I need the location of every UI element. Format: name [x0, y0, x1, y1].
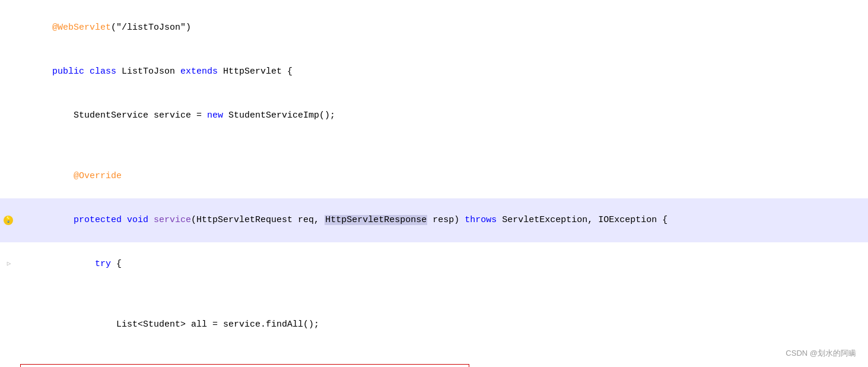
line-content-6: protected void service(HttpServletReques…	[18, 199, 868, 242]
code-line-3: StudentService service = new StudentServ…	[0, 94, 868, 138]
stmt-findall: List<Student> all = service.findAll();	[116, 319, 319, 330]
code-editor: @WebServlet("/listToJson") public class …	[0, 0, 868, 367]
fold-icon-try: ▷	[7, 259, 11, 270]
method-service: service	[154, 215, 191, 225]
indent-try	[52, 259, 95, 269]
annotation-value: ("/listToJson")	[111, 23, 191, 33]
brace-try-open: {	[116, 259, 122, 269]
line-content-3: StudentService service = new StudentServ…	[18, 94, 868, 137]
annotation-override: @Override	[74, 171, 122, 181]
code-line-2: public class ListToJson extends HttpServ…	[0, 50, 868, 94]
gutter-7: ▷	[0, 259, 18, 270]
line-content-10	[18, 348, 868, 362]
kw-extends: extends	[180, 67, 223, 77]
indent-protected	[52, 215, 74, 225]
new-studentserviceimp: StudentServiceImp();	[228, 110, 335, 121]
code-line-11: String listToJSon = new ObjectMapper().w…	[0, 363, 868, 367]
classname-listtojson: ListToJson	[122, 67, 180, 77]
line-content-4	[18, 139, 868, 153]
annotation-webservlet: @WebServlet	[52, 23, 111, 33]
classname-httpservlet: HttpServlet {	[223, 67, 292, 77]
objectmapper-stmt: String listToJSon = new ObjectMapper().w…	[20, 364, 469, 367]
line-content-7: try {	[18, 243, 868, 286]
kw-new-1: new	[207, 110, 228, 121]
line-content-1: @WebServlet("/listToJson")	[18, 7, 868, 49]
kw-class: class	[90, 67, 122, 77]
indent-findall	[52, 319, 116, 330]
kw-try: try	[95, 259, 116, 269]
line-content-5: @Override	[18, 155, 868, 198]
field-studentservice: StudentService service =	[74, 110, 207, 121]
line-content-11: String listToJSon = new ObjectMapper().w…	[18, 364, 868, 367]
indent-override	[52, 171, 74, 181]
lightbulb-icon[interactable]: 💡	[4, 216, 13, 225]
params-resp: resp)	[427, 215, 465, 225]
kw-protected: protected	[74, 215, 127, 225]
exceptions: ServletException, IOException {	[502, 215, 667, 225]
watermark: CSDN @划水的阿瞒	[786, 347, 856, 360]
param-httpservletresponse: HttpServletResponse	[325, 215, 427, 225]
code-line-10	[0, 347, 868, 363]
code-line-9: List<Student> all = service.findAll();	[0, 303, 868, 347]
code-line-7: ▷ try {	[0, 242, 868, 286]
params-open: (HttpServletRequest req,	[191, 215, 325, 225]
kw-void: void	[127, 215, 154, 225]
kw-public: public	[52, 67, 90, 77]
line-content-2: public class ListToJson extends HttpServ…	[18, 50, 868, 93]
line-content-8	[18, 287, 868, 302]
code-line-6: 💡 protected void service(HttpServletRequ…	[0, 198, 868, 242]
kw-throws: throws	[465, 215, 502, 225]
line-content-9: List<Student> all = service.findAll();	[18, 303, 868, 346]
indent-1	[52, 110, 74, 121]
code-line-8	[0, 286, 868, 303]
code-line-4	[0, 138, 868, 154]
watermark-text: CSDN @划水的阿瞒	[786, 349, 856, 357]
gutter-6: 💡	[0, 216, 18, 225]
code-line-5: @Override	[0, 154, 868, 198]
code-line-1: @WebServlet("/listToJson")	[0, 6, 868, 50]
